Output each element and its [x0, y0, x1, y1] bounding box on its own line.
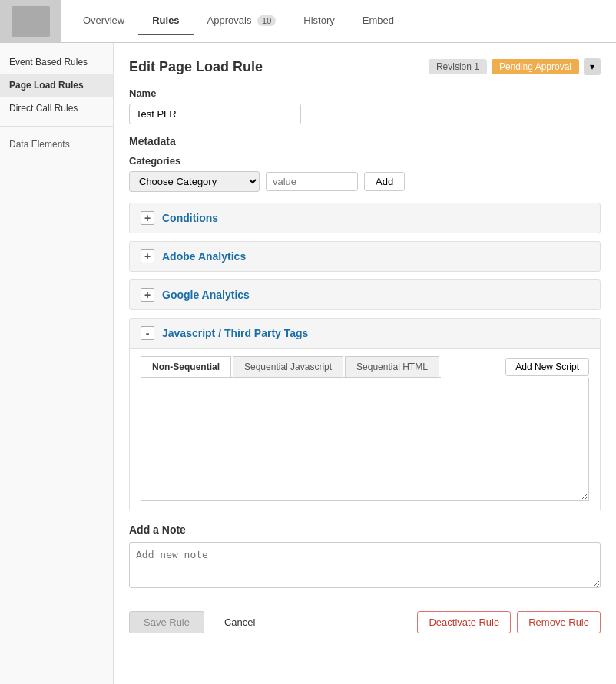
category-select[interactable]: Choose Category — [129, 171, 260, 192]
adobe-analytics-toggle[interactable]: + — [141, 249, 154, 263]
product-thumbnail — [0, 0, 61, 42]
conditions-header[interactable]: + Conditions — [130, 203, 600, 233]
add-script-button[interactable]: Add New Script — [505, 358, 589, 376]
top-tabs: Overview Rules Approvals 10 History Embe… — [61, 7, 416, 35]
note-section: Add a Note — [129, 524, 601, 590]
footer-right: Deactivate Rule Remove Rule — [417, 611, 601, 633]
categories-label: Categories — [129, 155, 601, 167]
tab-history[interactable]: History — [290, 7, 348, 35]
deactivate-rule-button[interactable]: Deactivate Rule — [417, 611, 511, 633]
status-badge: Pending Approval — [492, 59, 579, 74]
page-title: Edit Page Load Rule — [129, 59, 263, 75]
app-container: Overview Rules Approvals 10 History Embe… — [0, 0, 616, 684]
javascript-title: Javascript / Third Party Tags — [162, 327, 308, 339]
adobe-analytics-section: + Adobe Analytics — [129, 241, 601, 272]
adobe-analytics-title: Adobe Analytics — [162, 250, 246, 263]
conditions-title: Conditions — [162, 212, 218, 224]
google-analytics-section: + Google Analytics — [129, 279, 601, 310]
sidebar-divider — [0, 126, 113, 127]
script-tabs-row: Non-Sequential Sequential Javascript Seq… — [141, 356, 589, 378]
add-category-button[interactable]: Add — [364, 172, 405, 191]
main-layout: Event Based Rules Page Load Rules Direct… — [0, 43, 616, 684]
sidebar-item-event-based-rules[interactable]: Event Based Rules — [0, 51, 113, 74]
google-analytics-toggle[interactable]: + — [141, 288, 154, 302]
revision-badge: Revision 1 — [429, 59, 487, 74]
javascript-body: Non-Sequential Sequential Javascript Seq… — [130, 348, 600, 511]
note-title: Add a Note — [129, 524, 601, 536]
rule-status: Revision 1 Pending Approval ▾ — [429, 58, 601, 75]
javascript-header[interactable]: - Javascript / Third Party Tags — [130, 319, 600, 348]
status-dropdown-button[interactable]: ▾ — [584, 58, 601, 75]
metadata-section: Metadata Categories Choose Category Add — [129, 135, 601, 192]
header-row: Overview Rules Approvals 10 History Embe… — [0, 0, 616, 43]
sidebar: Event Based Rules Page Load Rules Direct… — [0, 43, 114, 684]
sidebar-item-page-load-rules[interactable]: Page Load Rules — [0, 74, 113, 97]
tab-non-sequential[interactable]: Non-Sequential — [141, 356, 231, 377]
tab-embed[interactable]: Embed — [349, 7, 408, 35]
cancel-button[interactable]: Cancel — [210, 611, 269, 633]
script-tabs: Non-Sequential Sequential Javascript Seq… — [141, 356, 441, 378]
sidebar-item-data-elements[interactable]: Data Elements — [0, 133, 113, 156]
category-value-input[interactable] — [266, 172, 358, 191]
name-input[interactable] — [129, 104, 301, 124]
tab-overview[interactable]: Overview — [69, 7, 138, 35]
tab-sequential-html[interactable]: Sequential HTML — [345, 356, 439, 377]
script-textarea[interactable] — [141, 378, 589, 501]
categories-row: Choose Category Add — [129, 171, 601, 192]
adobe-analytics-header[interactable]: + Adobe Analytics — [130, 242, 600, 271]
footer-left: Save Rule Cancel — [129, 611, 269, 633]
name-section: Name — [129, 88, 601, 124]
javascript-section: - Javascript / Third Party Tags Non-Sequ… — [129, 318, 601, 511]
conditions-section: + Conditions — [129, 203, 601, 233]
tab-sequential-javascript[interactable]: Sequential Javascript — [233, 356, 343, 377]
conditions-toggle[interactable]: + — [141, 211, 154, 225]
note-textarea[interactable] — [129, 542, 601, 588]
google-analytics-header[interactable]: + Google Analytics — [130, 280, 600, 309]
content-area: Edit Page Load Rule Revision 1 Pending A… — [114, 43, 616, 684]
thumb-image — [12, 6, 50, 37]
rule-header: Edit Page Load Rule Revision 1 Pending A… — [129, 58, 601, 75]
metadata-title: Metadata — [129, 135, 601, 147]
tab-approvals[interactable]: Approvals 10 — [194, 7, 290, 35]
footer-buttons: Save Rule Cancel Deactivate Rule Remove … — [129, 603, 601, 641]
google-analytics-title: Google Analytics — [162, 289, 250, 301]
javascript-toggle[interactable]: - — [141, 326, 154, 340]
tab-rules[interactable]: Rules — [138, 7, 193, 35]
remove-rule-button[interactable]: Remove Rule — [517, 611, 601, 633]
sidebar-item-direct-call-rules[interactable]: Direct Call Rules — [0, 97, 113, 120]
name-label: Name — [129, 88, 601, 99]
approvals-badge: 10 — [257, 15, 276, 26]
save-rule-button[interactable]: Save Rule — [129, 611, 204, 633]
